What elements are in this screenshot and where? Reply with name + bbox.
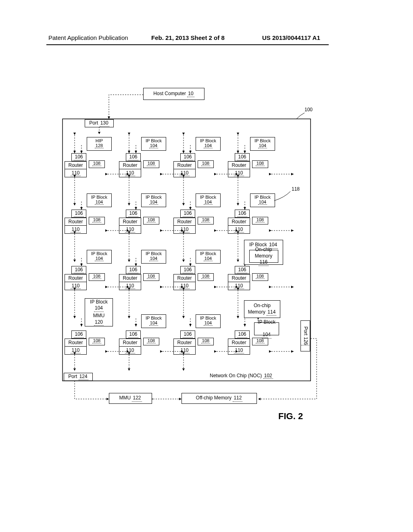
router-label: Router [232,219,246,224]
node108-ref: 108 [201,274,210,279]
ipblock-ref: 104 [149,320,158,326]
router-label: Router [68,219,83,224]
node106-ref: 106 [74,331,83,338]
ipblock-ref: 104 [204,256,213,261]
node106-ref: 106 [237,154,247,161]
router-r3c3: Router110 [228,339,250,355]
node108-ref: 108 [256,217,265,222]
node106-r1c3: 106 [235,210,250,218]
router-r2c2: Router110 [173,274,196,290]
node108-ref: 108 [147,274,156,279]
node108-r2c3: 108 [252,273,268,281]
node106-ref: 106 [183,210,192,217]
node108-r3c0: 108 [89,338,105,345]
node108-ref: 108 [147,217,156,222]
node106-r0c2: 106 [180,153,195,161]
port-130: Port 130 [85,119,114,127]
mmu-122: MMU 122 [109,393,152,404]
node108-ref: 108 [92,161,101,166]
node106-ref: 106 [183,267,192,274]
noc-ref: 102 [263,373,273,379]
node106-r3c0: 106 [71,330,86,339]
hip-ref: 128 [95,143,104,148]
node108-ref: 108 [256,161,265,166]
router-r2c3: Router110 [228,274,250,290]
ipblock-r1c0: IP Block104 [87,193,112,207]
node108-r2c2: 108 [198,273,214,281]
node108-r1c0: 108 [89,217,105,224]
ipblock-ref: 104 [258,200,267,205]
mmu122-label: MMU [119,395,131,401]
node108-ref: 108 [256,274,265,279]
node108-ref: 108 [92,217,101,222]
router-r3c1: Router110 [119,339,141,355]
ipblock-mmu120: IP Block104 MMU120 [85,298,113,326]
noc-text: Network On Chip (NOC) [210,373,262,378]
header-rule [46,44,329,45]
onchip116-label: On-chip Memory [255,247,272,259]
router-ref: 110 [234,170,244,176]
node106-r3c2: 106 [180,330,195,339]
node106-ref: 106 [237,331,247,338]
hip-label: HIP [96,138,103,143]
node108-ref: 108 [92,274,101,279]
node108-r3c1: 108 [143,338,159,345]
router-ref: 110 [125,283,135,289]
ipblock-onchip116: IP Block 104 On-chip Memory116 [244,240,283,265]
host-computer-block: Host Computer 10 [143,88,204,100]
ipblock-label: IP Block [200,195,216,200]
ipblock-ref: 104 [149,200,158,205]
router-label: Router [177,162,192,168]
node106-ref: 106 [183,331,192,338]
port-124: Port 124 [64,373,93,381]
offchip-label: Off-chip Memory [196,395,232,401]
figure-caption: FIG. 2 [278,411,303,422]
header-left: Patent Application Publication [48,34,128,41]
router-label: Router [123,340,137,345]
router-label: Router [123,162,137,168]
node108-r0c2: 108 [198,160,214,168]
router-r2c0: Router110 [65,274,87,290]
ipblock-label: IP Block [258,319,275,326]
node106-ref: 106 [128,331,138,338]
node106-ref: 106 [183,154,192,161]
router-label: Router [68,162,83,168]
ipblock-label: IP Block [200,138,216,143]
node106-r1c0: 106 [71,210,86,218]
router-ref: 110 [71,283,80,289]
router-ref: 110 [71,347,80,353]
router-r0c1: Router 110 [119,161,141,177]
noc-label: Network On Chip (NOC) 102 [210,373,273,379]
node106-r3c3: 106 [235,330,250,339]
router-r1c2: Router110 [173,218,196,234]
router-ref: 110 [125,170,135,176]
mmu122-ref: 122 [132,395,142,402]
ipblock-label: IP Block [91,251,107,256]
port126-ref: 126 [301,337,309,345]
mmu120-ref: 120 [94,319,104,326]
router-r3c0: Router110 [65,339,87,355]
ipblock-r1c3: IP Block104 [250,193,275,207]
router-label: Router [232,162,246,168]
node106-r0c1: 106 [126,153,141,161]
node108-r2c1: 108 [143,273,159,281]
host-ref: 10 [187,91,194,98]
node106-r1c2: 106 [180,210,195,218]
router-ref: 110 [234,227,244,233]
onchip114-ref: 114 [267,309,276,316]
router-r0c0: Router 110 [65,161,87,177]
node106-ref: 106 [128,210,138,217]
ipblock-r3c2: IP Block104 [196,314,221,328]
router-label: Router [68,275,83,281]
router-label: Router [177,340,192,345]
port130-label: Port [89,120,98,126]
node106-ref: 106 [128,267,138,274]
router-r0c2: Router 110 [173,161,196,177]
node106-ref: 106 [74,210,83,217]
ipblock-r0c3: IP Block 104 [250,137,275,151]
ipblock-label: IP Block [146,138,162,143]
router-ref: 110 [179,347,189,353]
router-ref: 110 [71,170,80,176]
ipblock-label: IP Block [200,316,216,320]
ipblock-label: IP Block [146,251,162,256]
